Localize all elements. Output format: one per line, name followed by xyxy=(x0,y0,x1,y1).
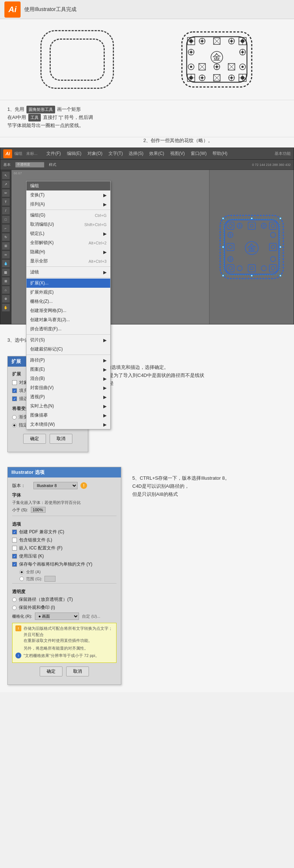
menu-hide[interactable]: 隐藏(H)▶ xyxy=(26,247,110,257)
opt-compress[interactable]: ✓ 使用压缩 (K) xyxy=(12,553,116,559)
opt-linked[interactable]: 包含链接文件 (L) xyxy=(12,537,116,543)
scale-tool[interactable]: ⊞ xyxy=(2,242,10,250)
toolbar-basic-label: 基本 xyxy=(3,162,11,167)
rect-tool[interactable]: □ xyxy=(2,215,10,224)
menu-flatten-transparency[interactable]: 拼合透明度(F)... xyxy=(26,324,110,334)
trans-path[interactable]: 保留路径（放弃透明度）(T) xyxy=(12,596,116,603)
zoom-tool[interactable]: ⊕ xyxy=(2,295,10,303)
direct-select-tool[interactable]: ↗ xyxy=(2,180,10,188)
mesh-tool[interactable]: ⊠ xyxy=(2,277,10,285)
version-select[interactable]: Illustrator 8 xyxy=(33,482,78,489)
menu-unlock-all[interactable]: 全部解锁(K)Alt+Ctrl+2 xyxy=(26,238,110,247)
font-percent-label: 小于 (S): xyxy=(12,507,28,513)
menu-live-paint[interactable]: 实时上色(N)▶ xyxy=(26,402,110,411)
menu-path[interactable]: 路径(P)▶ xyxy=(26,356,110,365)
hand-tool[interactable]: ✋ xyxy=(2,304,10,312)
warning-section: ! 存储为旧版格式可配合将所有文字转换为点文字；并且可配合在重新读取文件时使用某… xyxy=(12,623,116,663)
menu-expand[interactable]: 扩展(X)... xyxy=(26,279,110,288)
specify-radio[interactable] xyxy=(12,423,17,428)
menu-select[interactable]: 选择(S) xyxy=(126,150,146,157)
menu-ungroup[interactable]: 取消编组(U)Shift+Ctrl+G xyxy=(26,220,110,229)
range-input[interactable] xyxy=(44,576,55,582)
dashed-inner-rect xyxy=(50,39,105,81)
blend-tool[interactable]: ∞ xyxy=(2,251,10,259)
object-checkbox[interactable] xyxy=(12,380,17,385)
menu-slice[interactable]: 切片(S)▶ xyxy=(26,335,110,345)
menu-perspective[interactable]: 透视(P)▶ xyxy=(26,392,110,402)
svg-text:㊎: ㊎ xyxy=(244,239,259,256)
ai-application-window: Ai 编组 未标... 文件(F) 编辑(E) 对象(O) 文字(T) 选择(S… xyxy=(0,148,294,324)
version-label: 版本： xyxy=(12,483,31,489)
menu-text[interactable]: 文字(T) xyxy=(105,150,126,157)
menu-object[interactable]: 对象(O) xyxy=(85,150,105,157)
ai-menu-bar[interactable]: 文件(F) 编辑(E) 对象(O) 文字(T) 选择(S) 效果(C) 视图(V… xyxy=(43,150,230,157)
ai-options-ok-button[interactable]: 确定 xyxy=(40,667,62,676)
version-row: 版本： Illustrator 8 ! xyxy=(12,482,116,489)
line-tool[interactable]: / xyxy=(2,207,10,215)
opt-artboard[interactable]: ✓ 保存每个画板将结构为单独的文件 (Y) xyxy=(12,561,116,567)
menu-edit[interactable]: 编辑(E) xyxy=(64,150,85,157)
menu-gradient-mesh[interactable]: 创建渐变网格(D)... xyxy=(26,306,110,315)
ai-right-panel: ㊎ xyxy=(209,170,294,324)
menu-expand-appearance[interactable]: 扩展外观(E) xyxy=(26,288,110,297)
type-tool[interactable]: T xyxy=(2,198,10,206)
svg-point-68 xyxy=(250,224,253,227)
menu-help[interactable]: 帮助(H) xyxy=(209,150,230,157)
options-section: 选项 ✓ 创建 PDF 兼容文件 (C) 包含链接文件 (L) 嵌入 ICC 配… xyxy=(12,516,116,582)
submenu-arrow: ▶ xyxy=(103,338,107,343)
dashed-rectangle-preview xyxy=(40,30,114,89)
opacity-slider[interactable]: 不透明度 xyxy=(15,162,44,168)
tab-label: 未标... xyxy=(26,151,37,156)
warp-tool[interactable]: ⌂ xyxy=(2,286,10,294)
custom-label: 自定 (U)... xyxy=(82,614,100,619)
menu-file[interactable]: 文件(F) xyxy=(43,150,64,157)
stroke-checkbox[interactable]: ✓ xyxy=(12,396,17,401)
rotate-tool[interactable]: ↻ xyxy=(2,233,10,241)
menu-transform[interactable]: 变换(T)▶ xyxy=(26,190,110,200)
opt-pdf[interactable]: ✓ 创建 PDF 兼容文件 (C) xyxy=(12,529,116,535)
artboard-checkbox[interactable]: ✓ xyxy=(12,562,17,567)
raster-select[interactable]: ● 画面 xyxy=(35,613,79,620)
svg-rect-104 xyxy=(222,275,224,276)
svg-rect-73 xyxy=(269,243,277,251)
menu-effect[interactable]: 效果(C) xyxy=(146,150,167,157)
select-tool[interactable]: ↖ xyxy=(2,171,10,179)
separator xyxy=(26,277,110,278)
opt-icc[interactable]: 嵌入 ICC 配置文件 (F) xyxy=(12,545,116,551)
menu-filter[interactable]: 滤镜▶ xyxy=(26,268,110,277)
menu-show-all[interactable]: 显示全部Alt+Ctrl+3 xyxy=(26,257,110,266)
menu-arrange[interactable]: 排列(A)▶ xyxy=(26,200,110,209)
pen-tool[interactable]: ✏ xyxy=(2,189,10,197)
trans-path-radio[interactable] xyxy=(12,598,17,602)
brush-tool[interactable]: ⌐ xyxy=(2,224,10,232)
svg-rect-77 xyxy=(248,265,255,272)
trans-appearance-radio[interactable] xyxy=(12,606,17,610)
eyedrop-tool[interactable]: 💧 xyxy=(2,259,10,268)
fill-checkbox[interactable]: ✓ xyxy=(12,388,17,393)
gradient-tool[interactable]: ▦ xyxy=(2,268,10,276)
grid-radio[interactable] xyxy=(12,415,17,420)
compress-checkbox[interactable]: ✓ xyxy=(12,554,17,559)
menu-group[interactable]: 编组(G)Ctrl+G xyxy=(26,211,110,220)
menu-window[interactable]: 窗口(W) xyxy=(188,150,209,157)
menu-crop-marks[interactable]: 创建裁切标记(C) xyxy=(26,345,110,354)
all-radio[interactable] xyxy=(19,570,24,574)
menu-envelope[interactable]: 封套扭曲(V)▶ xyxy=(26,383,110,392)
linked-checkbox[interactable] xyxy=(12,538,17,542)
font-percent-input[interactable] xyxy=(31,507,46,513)
menu-image-trace[interactable]: 图像描摹▶ xyxy=(26,411,110,420)
menu-text-wrap[interactable]: 文本绕排(W)▶ xyxy=(26,420,110,429)
menu-view[interactable]: 视图(V) xyxy=(167,150,188,157)
menu-mosaic[interactable]: 创建对象马赛克(J)... xyxy=(26,315,110,324)
menu-blend[interactable]: 混合(B)▶ xyxy=(26,374,110,383)
menu-lock[interactable]: 锁定(L)▶ xyxy=(26,229,110,238)
ai-options-cancel-button[interactable]: 取消 xyxy=(66,667,89,676)
menu-pattern[interactable]: 图案(E)▶ xyxy=(26,365,110,374)
range-radio[interactable] xyxy=(19,577,24,581)
expand-cancel-button[interactable]: 取消 xyxy=(50,434,72,444)
menu-rasterize[interactable]: 栅格化(Z)... xyxy=(26,297,110,306)
icc-checkbox[interactable] xyxy=(12,546,17,551)
expand-ok-button[interactable]: 确定 xyxy=(23,434,46,444)
pdf-checkbox[interactable]: ✓ xyxy=(12,530,17,534)
trans-appearance[interactable]: 保留外观和叠印 (I) xyxy=(12,604,116,611)
